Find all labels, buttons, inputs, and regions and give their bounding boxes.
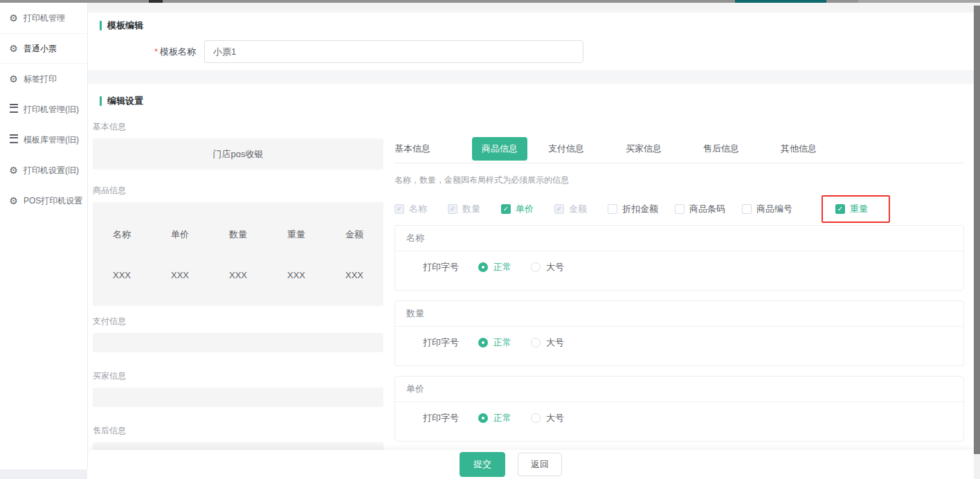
sidebar-item-label: POS打印机设置	[24, 195, 82, 207]
sidebar-item-printer-settings-old[interactable]: 打印机设置(旧)	[0, 155, 87, 186]
gears-icon	[8, 165, 19, 176]
gears-icon	[8, 13, 19, 24]
radio-unselected-icon	[531, 413, 541, 423]
field-card-quantity: 数量 打印字号 正常 大号	[394, 300, 964, 366]
section-divider-band	[87, 70, 974, 84]
field-card-body: 打印字号 正常 大号	[395, 402, 963, 441]
checkbox-product-number[interactable]: 商品编号	[742, 203, 792, 215]
checkbox-unchecked-icon	[742, 204, 752, 214]
template-name-input[interactable]	[204, 40, 583, 63]
checkbox-checked-disabled-icon	[554, 204, 564, 214]
preview-buyer-info-label: 买家信息	[93, 370, 383, 382]
radio-selected-icon	[478, 413, 488, 423]
section-title: 编辑设置	[107, 95, 143, 107]
radio-font-normal[interactable]: 正常	[478, 412, 511, 424]
checkbox-checked-disabled-icon	[448, 204, 457, 214]
top-strip-dark-segment	[149, 0, 163, 3]
receipt-preview: 基本信息 门店pos收银 商品信息 名称 单价 数量 重量 金额 XXX XXX…	[93, 107, 383, 479]
preview-buyer-info-box	[93, 388, 383, 407]
checkbox-weight[interactable]: 重量	[835, 203, 868, 215]
preview-table-data-row: XXX XXX XXX XXX XXX	[93, 270, 383, 280]
section-accent-bar	[100, 96, 102, 106]
table-header-cell: 金额	[325, 228, 383, 241]
main-content: 模板编辑 *模板名称 编辑设置 基本信息 门店pos收银 商品信息 名称 单价 …	[87, 12, 974, 479]
red-highlight-box: 重量	[822, 195, 890, 223]
checkbox-amount[interactable]: 金额	[554, 203, 587, 215]
sidebar-item-printer-management-old[interactable]: 打印机管理(旧)	[0, 94, 87, 125]
radio-unselected-icon	[531, 338, 541, 347]
settings-panel: 基本信息 商品信息 支付信息 买家信息 售后信息 其他信息 名称，数量，金额因布…	[394, 107, 964, 479]
field-checkbox-row: 名称 数量 单价 金额 折扣金额	[394, 203, 964, 215]
checkbox-product-barcode[interactable]: 商品条码	[675, 203, 725, 215]
info-tabs: 基本信息 商品信息 支付信息 买家信息 售后信息 其他信息	[394, 135, 964, 163]
table-header-cell: 单价	[151, 228, 209, 241]
required-mark: *	[154, 46, 158, 57]
sidebar-item-label: 打印机管理	[24, 12, 65, 24]
preview-basic-info-label: 基本信息	[93, 121, 383, 133]
sidebar-item-normal-receipt[interactable]: 普通小票	[0, 33, 87, 64]
tab-basic-info[interactable]: 基本信息	[394, 143, 430, 155]
table-cell: XXX	[151, 270, 209, 280]
top-strip-light-segment	[858, 0, 980, 3]
radio-font-large[interactable]: 大号	[531, 412, 564, 424]
required-fields-note: 名称，数量，金额因布局样式为必须展示的信息	[394, 174, 964, 186]
table-cell: XXX	[93, 270, 151, 280]
sidebar-item-printer-management[interactable]: 打印机管理	[0, 3, 87, 33]
sidebar-item-label: 打印机设置(旧)	[24, 165, 79, 177]
radio-selected-icon	[478, 338, 488, 347]
print-font-size-label: 打印字号	[423, 412, 459, 424]
submit-button[interactable]: 提交	[460, 452, 505, 477]
table-cell: XXX	[267, 270, 325, 280]
table-header-cell: 名称	[93, 228, 151, 241]
tab-product-info[interactable]: 商品信息	[472, 137, 527, 161]
list-icon	[8, 104, 19, 115]
edit-settings-columns: 基本信息 门店pos收银 商品信息 名称 单价 数量 重量 金额 XXX XXX…	[87, 107, 974, 479]
gears-icon	[8, 44, 19, 54]
field-card-title: 名称	[395, 226, 963, 251]
tab-other-info[interactable]: 其他信息	[781, 143, 817, 155]
checkbox-unchecked-icon	[675, 204, 684, 214]
checkbox-quantity[interactable]: 数量	[448, 203, 480, 215]
radio-font-large[interactable]: 大号	[531, 261, 564, 273]
table-header-cell: 重量	[267, 228, 325, 241]
gears-icon	[8, 74, 19, 84]
vertical-scrollbar	[974, 3, 980, 479]
checkbox-unchecked-icon	[608, 204, 617, 214]
scrollbar-thumb[interactable]	[974, 6, 980, 454]
sidebar-item-label: 普通小票	[24, 43, 57, 55]
gears-icon	[8, 196, 19, 206]
preview-table-header-row: 名称 单价 数量 重量 金额	[93, 228, 383, 241]
checkbox-discount-amount[interactable]: 折扣金额	[608, 203, 658, 215]
bottom-action-bar: 提交 返回	[87, 450, 974, 479]
preview-payment-info-box	[93, 333, 383, 352]
checkbox-unit-price[interactable]: 单价	[501, 203, 534, 215]
radio-font-normal[interactable]: 正常	[478, 261, 511, 273]
template-name-row: *模板名称	[87, 40, 974, 63]
sidebar: 打印机管理 普通小票 标签打印 打印机管理(旧) 模板库管理(旧) 打印机设置(…	[0, 3, 87, 469]
section-header-edit-settings: 编辑设置	[100, 95, 974, 107]
radio-font-large[interactable]: 大号	[531, 336, 564, 349]
page-background-corner	[0, 469, 87, 479]
tab-payment-info[interactable]: 支付信息	[548, 143, 584, 155]
checkbox-name[interactable]: 名称	[394, 203, 427, 215]
print-font-size-label: 打印字号	[423, 336, 459, 349]
sidebar-item-template-library-old[interactable]: 模板库管理(旧)	[0, 125, 87, 155]
sidebar-item-label-print[interactable]: 标签打印	[0, 64, 87, 94]
table-cell: XXX	[209, 270, 267, 280]
field-card-title: 单价	[395, 377, 963, 402]
list-icon	[8, 134, 19, 145]
field-card-title: 数量	[395, 301, 963, 327]
sidebar-item-pos-printer-settings[interactable]: POS打印机设置	[0, 186, 87, 216]
radio-font-normal[interactable]: 正常	[478, 336, 511, 349]
preview-aftersale-info-label: 售后信息	[93, 425, 383, 437]
sidebar-item-label: 标签打印	[24, 73, 57, 85]
back-button[interactable]: 返回	[518, 453, 562, 476]
checkbox-checked-disabled-icon	[394, 204, 404, 214]
tab-buyer-info[interactable]: 买家信息	[626, 143, 662, 155]
checkbox-checked-icon	[501, 204, 511, 214]
field-card-unit-price: 单价 打印字号 正常 大号	[394, 376, 964, 442]
tab-aftersale-info[interactable]: 售后信息	[703, 143, 739, 155]
field-card-name: 名称 打印字号 正常 大号	[394, 225, 964, 291]
window-top-strip	[0, 0, 980, 3]
section-accent-bar	[100, 21, 102, 30]
